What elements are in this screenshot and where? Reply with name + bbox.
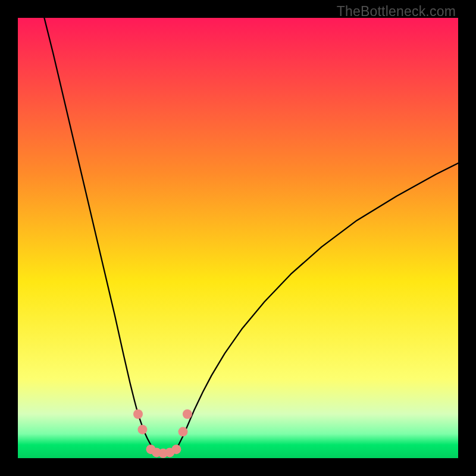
trough-marker xyxy=(178,427,188,437)
bottleneck-chart xyxy=(18,18,458,458)
trough-marker xyxy=(133,409,143,419)
watermark-text: TheBottleneck.com xyxy=(337,4,456,20)
gradient-background xyxy=(18,18,458,458)
trough-marker xyxy=(171,444,181,454)
trough-marker xyxy=(183,409,192,419)
chart-frame xyxy=(18,18,458,458)
trough-marker xyxy=(137,425,147,434)
